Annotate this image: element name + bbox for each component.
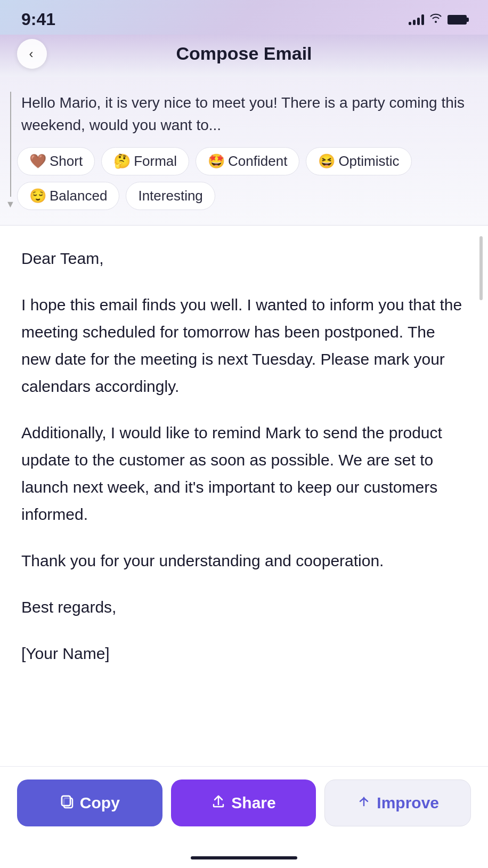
- prompt-text: Hello Mario, it is very nice to meet you…: [17, 92, 471, 136]
- status-time: 9:41: [21, 10, 55, 29]
- tag-balanced-emoji: 😌: [29, 188, 46, 204]
- copy-button[interactable]: Copy: [17, 779, 162, 826]
- tag-interesting[interactable]: Interesting: [126, 182, 215, 210]
- tag-formal-emoji: 🤔: [113, 153, 131, 170]
- tag-optimistic-emoji: 😆: [318, 153, 335, 170]
- scrollbar[interactable]: [479, 236, 483, 300]
- email-paragraph-3: Thank you for your understanding and coo…: [21, 547, 467, 574]
- email-signature: [Your Name]: [21, 640, 467, 667]
- tag-formal[interactable]: 🤔 Formal: [101, 147, 189, 175]
- back-button[interactable]: ‹: [17, 39, 47, 69]
- share-label: Share: [231, 794, 275, 812]
- status-bar: 9:41: [0, 0, 488, 35]
- prompt-bracket: ▼: [10, 92, 11, 210]
- prompt-card: ▼ Hello Mario, it is very nice to meet y…: [0, 77, 488, 226]
- email-content-area[interactable]: Dear Team, I hope this email finds you w…: [0, 226, 488, 766]
- tag-confident-emoji: 🤩: [208, 153, 225, 170]
- email-greeting: Dear Team,: [21, 245, 467, 272]
- signal-icon: [409, 14, 424, 25]
- page-title: Compose Email: [176, 43, 312, 64]
- tag-interesting-label: Interesting: [138, 188, 202, 204]
- improve-label: Improve: [377, 794, 439, 812]
- wifi-icon: [429, 13, 442, 26]
- tag-short-label: Short: [50, 153, 83, 170]
- status-icons: [409, 13, 467, 26]
- tag-balanced-label: Balanced: [50, 188, 107, 204]
- tag-optimistic-label: Optimistic: [338, 153, 399, 170]
- header: ‹ Compose Email: [0, 35, 488, 77]
- copy-icon: [60, 794, 75, 813]
- share-button[interactable]: Share: [171, 779, 316, 826]
- back-arrow-icon: ‹: [29, 46, 34, 61]
- improve-button[interactable]: Improve: [324, 779, 471, 826]
- svg-rect-2: [62, 796, 70, 806]
- tag-optimistic[interactable]: 😆 Optimistic: [306, 147, 411, 175]
- tag-formal-label: Formal: [134, 153, 177, 170]
- email-closing: Best regards,: [21, 593, 467, 621]
- email-body: Dear Team, I hope this email finds you w…: [21, 245, 467, 667]
- email-paragraph-1: I hope this email finds you well. I want…: [21, 291, 467, 400]
- copy-label: Copy: [80, 794, 120, 812]
- phone-frame: 9:41 ‹ Compose Email ▼ Hello: [0, 0, 488, 868]
- tag-short[interactable]: 🤎 Short: [17, 147, 95, 175]
- email-paragraph-2: Additionally, I would like to remind Mar…: [21, 419, 467, 528]
- tag-balanced[interactable]: 😌 Balanced: [17, 182, 119, 210]
- bottom-actions: Copy Share Improve: [0, 766, 488, 852]
- home-indicator: [0, 852, 488, 868]
- tag-confident[interactable]: 🤩 Confident: [196, 147, 299, 175]
- improve-icon: [356, 794, 371, 813]
- tag-short-emoji: 🤎: [29, 153, 46, 170]
- battery-icon: [448, 15, 467, 25]
- tags-row: 🤎 Short 🤔 Formal 🤩 Confident 😆 Optimisti…: [17, 147, 471, 210]
- tag-confident-label: Confident: [228, 153, 287, 170]
- home-bar: [191, 856, 297, 859]
- share-icon: [211, 794, 226, 813]
